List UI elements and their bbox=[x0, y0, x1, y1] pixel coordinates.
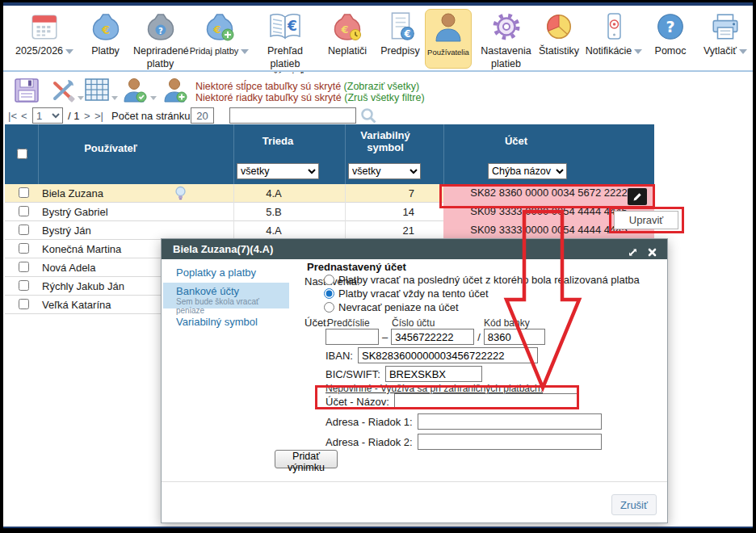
row-checkbox[interactable] bbox=[19, 280, 29, 291]
last-page-button[interactable]: >| bbox=[94, 110, 103, 122]
pomoc-label: Pomoc bbox=[655, 45, 687, 57]
radio-input[interactable] bbox=[324, 302, 334, 313]
svg-text:€: € bbox=[287, 18, 297, 34]
edit-account-button[interactable] bbox=[628, 188, 647, 205]
pouzivatelia-label: Používatelia bbox=[427, 48, 469, 57]
bic-input[interactable] bbox=[385, 366, 482, 382]
close-icon[interactable] bbox=[647, 244, 657, 254]
toolbar-item-school-year[interactable]: 2025/2026 bbox=[11, 9, 78, 69]
page-select[interactable]: 1 bbox=[32, 107, 63, 124]
dialog-nav-poplatky[interactable]: Poplatky a platby bbox=[176, 266, 256, 279]
table-row[interactable]: Bystrý Gabriel 5.B 14 SK09 3333 0000 005… bbox=[5, 203, 654, 221]
select-all-checkbox[interactable] bbox=[17, 149, 27, 159]
toolbar-item-prehlad-platieb[interactable]: € Prehľad platieb používateľov bbox=[251, 9, 319, 69]
toolbar-item-predpisy[interactable]: € Predpisy bbox=[376, 9, 425, 69]
account-number-fields: –/ bbox=[326, 329, 545, 345]
user-name: Biela Zuzana bbox=[42, 187, 103, 199]
money-bag-icon: € bbox=[78, 9, 133, 44]
col-header-vs[interactable]: Variabilný symbol bbox=[345, 129, 426, 153]
bic-row: BIC/SWIFT: bbox=[326, 366, 482, 382]
clear-filters-link[interactable]: (Zruš všetky filtre) bbox=[344, 92, 424, 103]
toolbar-item-statistiky[interactable]: Štatistiky bbox=[534, 9, 584, 69]
table-row[interactable]: Bystrý Ján 4.A 21 SK09 3333 0000 0054 44… bbox=[5, 221, 654, 240]
vs-filter-select[interactable]: všetky bbox=[348, 163, 421, 179]
address2-input[interactable] bbox=[418, 434, 602, 450]
chevron-down-icon[interactable] bbox=[111, 96, 118, 100]
user-name: Rýchly Jakub Ján bbox=[42, 280, 124, 292]
col-header-user[interactable]: Používateľ bbox=[38, 142, 183, 154]
address1-label: Adresa - Riadok 1: bbox=[326, 416, 413, 428]
platby-label: Platby bbox=[91, 45, 120, 57]
show-all-columns-link[interactable]: (Zobraziť všetky) bbox=[344, 81, 420, 92]
lightbulb-icon[interactable] bbox=[174, 186, 187, 204]
class-filter-select[interactable]: všetky bbox=[237, 163, 319, 179]
add-exception-button[interactable]: Pridať výnimku bbox=[275, 450, 338, 468]
iban-input[interactable] bbox=[358, 347, 538, 363]
radio-input[interactable] bbox=[324, 288, 334, 299]
radio-option-no-refund[interactable]: Nevracať peniaze na účet bbox=[324, 301, 459, 313]
money-bag-add-icon: € bbox=[187, 9, 251, 44]
school-year-label: 2025/2026 bbox=[15, 45, 63, 57]
toolbar-item-pridaj-platby[interactable]: € Pridaj platby bbox=[187, 9, 251, 69]
account-name-row: Účet - Názov: bbox=[326, 393, 578, 409]
row-checkbox[interactable] bbox=[19, 187, 29, 198]
svg-text:?: ? bbox=[666, 18, 674, 36]
user-account[interactable]: SK82 8360 0000 0034 5672 2222 bbox=[443, 184, 654, 203]
statistiky-label: Štatistiky bbox=[539, 45, 579, 57]
dialog-nav-variabilny-symbol[interactable]: Variabilný symbol bbox=[176, 316, 258, 328]
cancel-button[interactable]: Zrušiť bbox=[611, 494, 657, 515]
toolbar-item-platby[interactable]: € Platby bbox=[78, 9, 133, 69]
user-name: Bystrý Ján bbox=[42, 225, 91, 237]
next-page-button[interactable]: > bbox=[84, 110, 90, 122]
user-check-icon[interactable] bbox=[121, 77, 149, 107]
user-dialog: Biela Zuzana(7)(4.A) Poplatky a platby B… bbox=[161, 238, 668, 523]
table-row[interactable]: Biela Zuzana 4.A 7 SK82 8360 0000 0034 5… bbox=[5, 184, 654, 203]
save-icon[interactable] bbox=[13, 77, 40, 107]
col-header-class[interactable]: Trieda bbox=[233, 135, 322, 147]
row-checkbox[interactable] bbox=[19, 262, 29, 272]
chevron-down-icon[interactable] bbox=[78, 96, 84, 100]
col-header-account[interactable]: Účet bbox=[443, 135, 589, 147]
toolbar-item-neplatici[interactable]: € Neplatiči bbox=[319, 9, 376, 69]
toolbar-item-nepriradene-platby[interactable]: ? Nepriradené platby bbox=[133, 9, 187, 69]
row-checkbox[interactable] bbox=[19, 299, 29, 309]
radio-option-this-account[interactable]: Platby vracať vždy na tento účet bbox=[324, 287, 489, 300]
user-name: Bystrý Gabriel bbox=[42, 206, 108, 218]
toolbar-item-nastavenia-platieb[interactable]: Nastavenia platieb bbox=[478, 9, 534, 69]
first-page-button[interactable]: |< bbox=[8, 110, 17, 122]
main-toolbar: 2025/2026 € Platby ? Nepriradené platby … bbox=[3, 6, 753, 72]
toolbar-item-notifikacie[interactable]: Notifikácie bbox=[584, 9, 644, 69]
per-page-input[interactable] bbox=[191, 107, 214, 124]
search-input[interactable] bbox=[229, 107, 356, 124]
secondary-toolbar: Niektoré stĺpce tabuľky sú skryté (Zobra… bbox=[3, 73, 753, 106]
dialog-nav-bankove-ucty[interactable]: Bankové účty Sem bude škola vracať penia… bbox=[163, 283, 289, 308]
row-checkbox[interactable] bbox=[19, 243, 29, 254]
nepriradene-label: Nepriradené platby bbox=[133, 45, 189, 69]
toolbar-item-vytlacit[interactable]: Vytlačiť bbox=[698, 9, 753, 69]
prefix-input[interactable] bbox=[326, 329, 379, 345]
neplatici-label: Neplatiči bbox=[328, 45, 367, 57]
tools-icon[interactable] bbox=[47, 77, 78, 107]
user-vs: 14 bbox=[346, 206, 414, 218]
prev-page-button[interactable]: < bbox=[21, 110, 27, 122]
columns-icon[interactable] bbox=[84, 77, 110, 105]
dialog-titlebar[interactable]: Biela Zuzana(7)(4.A) bbox=[162, 239, 667, 259]
bank-code-input[interactable] bbox=[484, 329, 545, 345]
toolbar-item-pomoc[interactable]: ? Pomoc bbox=[644, 9, 697, 69]
user-class: 4.A bbox=[233, 225, 314, 237]
chevron-down-icon[interactable] bbox=[150, 96, 157, 100]
user-name: Nová Adela bbox=[42, 262, 96, 274]
address1-input[interactable] bbox=[418, 413, 602, 430]
radio-option-last-account[interactable]: Platby vracať na posledný účet z ktorého… bbox=[324, 274, 640, 286]
account-name-input[interactable] bbox=[394, 393, 578, 409]
user-class: 5.B bbox=[233, 206, 314, 218]
vytlacit-label: Vytlačiť bbox=[704, 45, 737, 57]
user-add-icon[interactable] bbox=[162, 77, 189, 107]
account-filter-select[interactable]: Chýba názov bbox=[488, 163, 567, 179]
toolbar-item-pouzivatelia[interactable]: Používatelia bbox=[425, 9, 472, 69]
row-checkbox[interactable] bbox=[19, 225, 29, 235]
account-number-input[interactable] bbox=[391, 329, 474, 345]
row-checkbox[interactable] bbox=[19, 206, 29, 216]
expand-icon[interactable] bbox=[628, 244, 638, 254]
radio-input[interactable] bbox=[324, 275, 334, 285]
